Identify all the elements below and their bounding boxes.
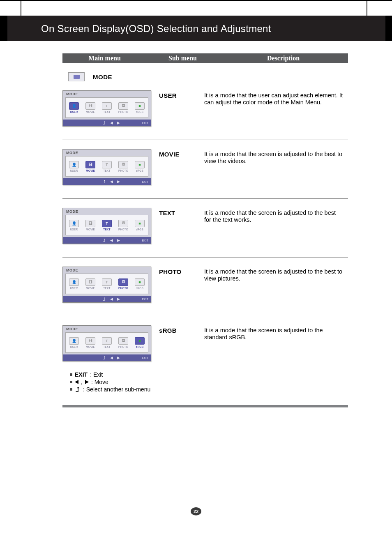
osd-user-icon — [69, 220, 79, 227]
frame-left-tick — [21, 0, 21, 16]
osd-item-label: USER — [70, 345, 78, 348]
page-number-badge: 22 — [191, 507, 201, 515]
osd-item-label: TEXT — [103, 110, 110, 113]
return-up-icon: ⮥ — [102, 238, 106, 242]
osd-items-strip: USERMOVIETEXTPHOTOsRGB — [65, 215, 148, 235]
osd-exit-label: EXIT — [142, 180, 148, 183]
osd-item-text: TEXT — [102, 337, 112, 348]
bullet-icon — [70, 381, 72, 383]
osd-item-label: PHOTO — [118, 169, 128, 172]
osd-panel-title: MODE — [66, 268, 78, 272]
return-up-icon: ⮥ — [102, 356, 106, 360]
osd-item-user: USER — [69, 220, 79, 231]
osd-item-label: PHOTO — [118, 287, 128, 290]
osd-item-text: TEXT — [102, 278, 112, 290]
osd-photo-icon — [118, 102, 128, 110]
osd-item-label: TEXT — [103, 169, 110, 172]
bullet-icon — [70, 388, 72, 391]
osd-user-icon — [69, 161, 79, 168]
submenu-description: It is a mode that the screen is adjusted… — [204, 267, 348, 282]
submenu-name: MOVIE — [159, 149, 204, 158]
osd-photo-icon — [118, 278, 128, 286]
osd-items-strip: USERMOVIETEXTPHOTOsRGB — [65, 332, 148, 353]
osd-item-text: TEXT — [102, 102, 112, 113]
osd-item-srgb: sRGB — [135, 220, 145, 231]
osd-exit-label: EXIT — [142, 357, 148, 359]
osd-movie-icon — [85, 278, 95, 286]
legend-exit-text: : Exit — [90, 371, 103, 378]
legend-exit: EXIT : Exit — [70, 371, 348, 378]
osd-item-srgb: sRGB — [135, 102, 145, 113]
arrow-right-icon — [85, 380, 89, 384]
osd-item-label: sRGB — [136, 228, 143, 231]
arrow-right-icon: ▶ — [117, 238, 120, 242]
frame-right-tick — [367, 0, 367, 16]
return-up-icon: ⮥ — [102, 179, 106, 184]
osd-photo-icon — [118, 337, 128, 345]
mode-row-srgb: MODEUSERMOVIETEXTPHOTOsRGB⮥◀▶EXITsRGBIt … — [62, 325, 348, 367]
mode-heading-row: MODE — [62, 72, 348, 81]
column-header-bar: Main menu Sub menu Description — [62, 53, 348, 63]
legend-move: , : Move — [70, 379, 348, 385]
osd-photo-icon — [118, 161, 128, 168]
content-area: Main menu Sub menu Description MODE MODE… — [62, 53, 348, 407]
osd-srgb-icon — [135, 161, 145, 168]
osd-item-label: sRGB — [136, 169, 143, 172]
osd-user-icon — [69, 337, 79, 345]
osd-item-user: USER — [69, 278, 79, 290]
osd-photo-icon — [118, 220, 128, 227]
column-header-sub: Sub menu — [147, 55, 219, 62]
osd-item-text: TEXT — [102, 220, 112, 231]
osd-screenshot: MODEUSERMOVIETEXTPHOTOsRGB⮥◀▶EXIT — [62, 90, 151, 127]
osd-text-icon — [102, 278, 112, 286]
arrow-left-icon: ◀ — [110, 179, 113, 184]
arrow-left-icon — [75, 380, 78, 384]
frame-top — [0, 0, 392, 1]
osd-user-icon — [69, 278, 79, 286]
bullet-icon — [70, 373, 72, 376]
osd-item-label: PHOTO — [118, 228, 128, 231]
legend-select-text: : Select another sub-menu — [83, 386, 150, 393]
osd-items-strip: USERMOVIETEXTPHOTOsRGB — [65, 97, 148, 118]
osd-items-strip: USERMOVIETEXTPHOTOsRGB — [65, 156, 148, 177]
legend: EXIT : Exit , : Move ⮥ : Select another … — [62, 371, 348, 393]
osd-item-text: TEXT — [102, 161, 112, 172]
osd-item-label: MOVIE — [86, 110, 95, 113]
arrow-left-icon: ◀ — [110, 121, 113, 125]
arrow-left-icon: ◀ — [110, 297, 113, 301]
osd-item-photo: PHOTO — [118, 102, 128, 113]
submenu-description: It is a mode that the screen is adjusted… — [204, 325, 348, 340]
arrow-right-icon: ▶ — [117, 179, 120, 184]
osd-item-user: USER — [69, 161, 79, 172]
osd-exit-label: EXIT — [142, 298, 148, 301]
osd-screenshot: MODEUSERMOVIETEXTPHOTOsRGB⮥◀▶EXIT — [62, 149, 151, 185]
osd-srgb-icon — [135, 278, 145, 286]
osd-screenshot: MODEUSERMOVIETEXTPHOTOsRGB⮥◀▶EXIT — [62, 267, 151, 303]
osd-item-movie: MOVIE — [85, 102, 95, 113]
osd-srgb-icon — [135, 102, 145, 110]
osd-user-icon — [69, 102, 79, 110]
arrow-left-icon: ◀ — [110, 238, 113, 242]
osd-item-label: TEXT — [103, 345, 110, 348]
osd-item-movie: MOVIE — [85, 161, 95, 172]
osd-movie-icon — [85, 337, 95, 345]
return-up-icon: ⮥ — [102, 121, 106, 125]
legend-select: ⮥ : Select another sub-menu — [70, 386, 348, 393]
mode-row-user: MODEUSERMOVIETEXTPHOTOsRGB⮥◀▶EXITUSERIt … — [62, 90, 348, 140]
osd-item-label: sRGB — [136, 110, 143, 113]
osd-srgb-icon — [135, 337, 145, 345]
osd-item-user: USER — [69, 337, 79, 348]
osd-item-srgb: sRGB — [135, 161, 145, 172]
arrow-right-icon: ▶ — [117, 121, 120, 125]
osd-item-movie: MOVIE — [85, 278, 95, 290]
mode-row-text: MODEUSERMOVIETEXTPHOTOsRGB⮥◀▶EXITTEXTIt … — [62, 208, 348, 258]
submenu-name: TEXT — [159, 208, 204, 216]
osd-item-label: MOVIE — [86, 228, 95, 231]
submenu-name: PHOTO — [159, 267, 204, 275]
mode-label: MODE — [93, 74, 112, 81]
legend-move-text: : Move — [91, 379, 108, 385]
osd-footer: ⮥◀▶EXIT — [63, 178, 151, 185]
osd-exit-label: EXIT — [142, 122, 148, 124]
osd-item-label: TEXT — [103, 287, 110, 290]
osd-item-label: USER — [70, 169, 78, 172]
